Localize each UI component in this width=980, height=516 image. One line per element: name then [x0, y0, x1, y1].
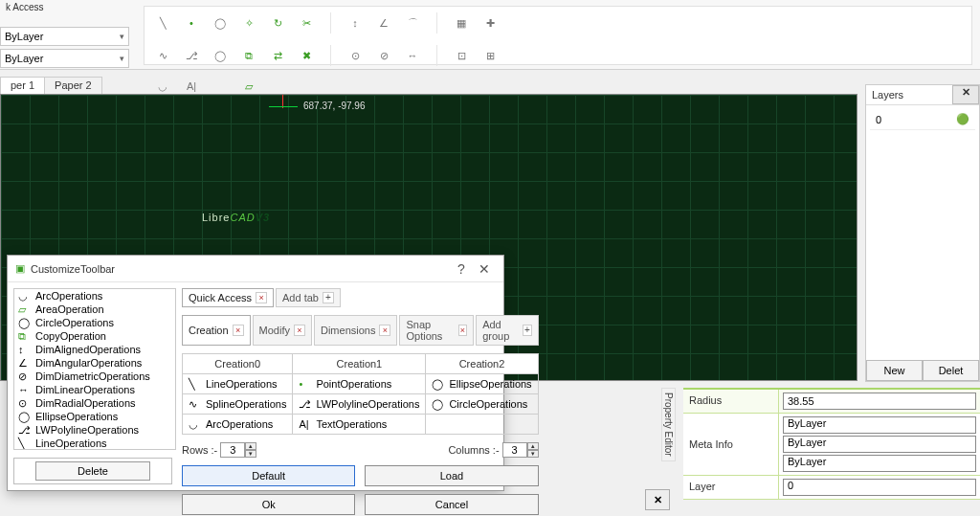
prop-meta-combo-2[interactable]: ByLayer [783, 436, 976, 453]
list-item[interactable]: ⊙DimRadialOperations [14, 396, 175, 410]
layer-item[interactable]: 0 🟢 [870, 109, 975, 130]
text-icon[interactable]: A| [183, 78, 200, 95]
point-icon[interactable]: • [183, 14, 200, 32]
move-icon[interactable]: ✧ [240, 14, 257, 32]
spin-up-icon[interactable]: ▴ [245, 442, 256, 450]
load-button[interactable]: Load [365, 465, 538, 486]
layer-combo-2[interactable]: ByLayer ▾ [0, 49, 129, 68]
tab-close-icon[interactable]: × [458, 325, 468, 336]
tab-snap[interactable]: Snap Options× [399, 315, 474, 346]
prop-radius-input[interactable] [783, 393, 976, 410]
dim-radius-icon[interactable]: ⊙ [346, 47, 364, 64]
panel-close-button[interactable]: ✕ [645, 489, 670, 510]
polyline-icon[interactable]: ⎇ [183, 47, 200, 64]
help-button[interactable]: ? [450, 261, 473, 277]
grid-header[interactable]: Creation0 [183, 354, 293, 374]
grid-cell[interactable]: ⎇LWPolylineOperations [293, 394, 426, 415]
grid-cell[interactable]: ╲LineOperations [183, 374, 293, 394]
spline-icon[interactable]: ∿ [154, 47, 171, 64]
property-editor-label[interactable]: Property Editor [661, 388, 676, 461]
grid-cell[interactable]: ◯EllipseOperations [426, 374, 538, 394]
list-item[interactable]: ▱AreaOperation [14, 303, 175, 316]
list-item[interactable]: ◡ArcOperations [14, 289, 175, 303]
rotate-icon[interactable]: ↻ [269, 14, 286, 32]
close-button[interactable]: ✕ [473, 261, 496, 277]
grid-cell[interactable]: A|TextOperations [293, 415, 426, 435]
blank-icon[interactable] [212, 78, 229, 95]
circle-icon[interactable]: ◯ [212, 47, 229, 64]
grid-cell[interactable]: ∿SplineOperations [183, 394, 293, 415]
copy-icon[interactable]: ⧉ [240, 47, 257, 64]
layer-visibility-icon[interactable]: 🟢 [956, 113, 969, 125]
default-button[interactable]: Default [182, 465, 355, 486]
spin-up-icon[interactable]: ▴ [527, 442, 539, 450]
ellipse-icon[interactable]: ◯ [212, 14, 229, 32]
grid-cell[interactable] [426, 415, 538, 435]
snap-end-icon[interactable]: ⊡ [453, 47, 470, 64]
delete-op-button[interactable]: Delete [35, 461, 150, 481]
ok-button[interactable]: Ok [182, 494, 355, 515]
tab-add-group[interactable]: Add group+ [476, 315, 538, 346]
grid-header[interactable]: Creation2 [426, 354, 538, 374]
grid-cell[interactable]: •PointOperations [293, 374, 426, 394]
list-item[interactable]: ╲LineOperations [14, 437, 175, 450]
tab-quick-access[interactable]: Quick Access× [182, 288, 274, 307]
tab-close-icon[interactable]: × [256, 292, 267, 303]
tab-creation[interactable]: Creation× [182, 315, 251, 346]
operations-list[interactable]: ◡ArcOperations ▱AreaOperation ◯CircleOpe… [13, 288, 176, 450]
grid-icon[interactable]: ▦ [453, 14, 470, 32]
paper-tab-2[interactable]: Paper 2 [44, 77, 102, 94]
list-item[interactable]: ↕DimAlignedOperations [14, 343, 175, 356]
cols-spinner[interactable]: ▴▾ [502, 442, 539, 458]
snap-icon[interactable]: ✚ [481, 14, 499, 32]
tab-modify[interactable]: Modify× [253, 315, 312, 346]
grid-cell[interactable]: ◡ArcOperations [183, 415, 293, 435]
tab-close-icon[interactable]: × [379, 325, 390, 336]
spin-down-icon[interactable]: ▾ [245, 450, 256, 458]
list-item[interactable]: ◯EllipseOperations [14, 410, 175, 423]
layer-delete-button[interactable]: Delet [923, 360, 979, 381]
list-item[interactable]: ◯CircleOperations [14, 316, 175, 329]
tab-dimensions[interactable]: Dimensions× [314, 315, 397, 346]
layer-combo-1[interactable]: ByLayer ▾ [0, 27, 129, 46]
list-item[interactable]: ↔DimLinearOperations [14, 383, 175, 396]
dim-linear-icon[interactable]: ↔ [404, 47, 421, 64]
quick-access-label: k Access [0, 0, 49, 14]
layers-close-button[interactable]: ✕ [952, 85, 979, 104]
arc-icon[interactable]: ◡ [154, 78, 171, 95]
plus-icon[interactable]: + [323, 292, 334, 303]
list-item[interactable]: ⧉CopyOperation [14, 329, 175, 343]
grid-cell[interactable]: ◯CircleOperations [426, 394, 538, 415]
mirror-icon[interactable]: ⇄ [269, 47, 286, 64]
snap-mid-icon[interactable]: ⊞ [481, 47, 499, 64]
tab-add[interactable]: Add tab+ [276, 288, 341, 307]
spin-down-icon[interactable]: ▾ [527, 450, 539, 458]
list-item[interactable]: ∠DimAngularOperations [14, 356, 175, 370]
list-item[interactable]: ⎇LWPolylineOperations [14, 423, 175, 437]
dim-arc-icon[interactable]: ⌒ [404, 14, 421, 32]
cols-input[interactable] [502, 442, 527, 458]
list-item[interactable]: ⊘DimDiametricOperations [14, 370, 175, 383]
layer-new-button[interactable]: New [866, 360, 923, 381]
prop-meta-combo-3[interactable]: ByLayer [783, 455, 976, 472]
divider [436, 12, 437, 34]
trash-icon[interactable]: ✖ [298, 47, 315, 64]
tab-close-icon[interactable]: × [233, 325, 244, 336]
prop-layer-combo[interactable]: 0 [783, 479, 976, 496]
grid-header[interactable]: Creation1 [293, 354, 426, 374]
paper-tab-1[interactable]: per 1 [0, 77, 45, 94]
dim-dia-icon[interactable]: ⊘ [375, 47, 392, 64]
dim-tool-icon[interactable]: ↕ [346, 14, 364, 32]
scissors-icon[interactable]: ✂ [298, 14, 315, 32]
plus-icon[interactable]: + [523, 325, 531, 336]
area-icon[interactable]: ▱ [240, 78, 257, 95]
rows-spinner[interactable]: ▴▾ [220, 442, 256, 458]
line-icon[interactable]: ╲ [154, 14, 171, 32]
dim-angle-icon[interactable]: ∠ [375, 14, 392, 32]
rows-input[interactable] [220, 442, 245, 458]
cancel-button[interactable]: Cancel [365, 494, 538, 515]
dialog-titlebar[interactable]: ▣ CustomizeToolbar ? ✕ [8, 256, 503, 282]
prop-meta-combo-1[interactable]: ByLayer [783, 416, 976, 434]
prop-key-radius: Radius [683, 390, 779, 413]
tab-close-icon[interactable]: × [294, 325, 305, 336]
